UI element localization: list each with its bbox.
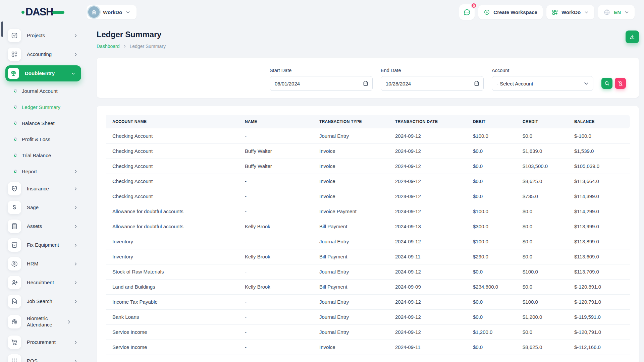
chevron-down-icon bbox=[71, 71, 76, 76]
dash-logo[interactable]: DASH bbox=[21, 6, 64, 18]
cell-credit: $100.0 bbox=[516, 294, 568, 309]
sidebar-item-assets[interactable]: Assets bbox=[0, 217, 87, 236]
cell-credit: $0.0 bbox=[516, 219, 568, 234]
download-button[interactable] bbox=[626, 31, 639, 43]
sidebar-subitem[interactable]: Ledger Summary bbox=[0, 99, 87, 115]
sidebar-subitem[interactable]: Journal Account bbox=[0, 83, 87, 99]
chevron-right-icon bbox=[73, 243, 78, 248]
table-row[interactable]: Inventory Kelly Brook Bill Payment 2024-… bbox=[106, 249, 630, 264]
cell-account-name: Stock of Raw Materials bbox=[106, 264, 238, 279]
cell-transaction-type: Bill Payment bbox=[313, 219, 388, 234]
cell-name: Kelly Brook bbox=[238, 219, 313, 234]
cell-account-name: Service Income bbox=[106, 324, 238, 340]
table-row[interactable]: Checking Account - Invoice 2024-09-12 $0… bbox=[106, 189, 630, 204]
column-header[interactable]: TRANSACTION DATE bbox=[388, 115, 466, 128]
cell-account-name: Land and Buildings bbox=[106, 279, 238, 294]
end-date-input[interactable] bbox=[381, 76, 484, 91]
cell-transaction-date: 2024-09-11 bbox=[388, 340, 466, 355]
sidebar-item-recruitment[interactable]: Recruitment bbox=[0, 273, 87, 292]
cell-account-name: Checking Account bbox=[106, 189, 238, 204]
cell-balance: $1,539.0 bbox=[568, 143, 630, 159]
column-header[interactable]: BALANCE bbox=[568, 115, 630, 128]
accounting-icon bbox=[8, 48, 21, 61]
sidebar-item-procurement[interactable]: Procurement bbox=[0, 333, 87, 352]
bullet-icon bbox=[14, 154, 17, 157]
cell-account-name: Service Income bbox=[106, 340, 238, 355]
cell-name: - bbox=[238, 340, 313, 355]
cell-account-name: Checking Account bbox=[106, 143, 238, 159]
table-row[interactable]: Allowance for doubtful accounts - Invoic… bbox=[106, 204, 630, 219]
app-switcher-button[interactable]: WorkDo bbox=[546, 5, 594, 19]
language-selector[interactable]: EN bbox=[598, 5, 635, 19]
sidebar-item-hrm[interactable]: HRM bbox=[0, 254, 87, 273]
cell-transaction-type: Journal Entry bbox=[313, 294, 388, 309]
cell-transaction-type: Invoice bbox=[313, 159, 388, 174]
cell-balance: $-120,891.0 bbox=[568, 279, 630, 294]
table-row[interactable]: Checking Account Buffy Walter Invoice 20… bbox=[106, 159, 630, 174]
sidebar-subitem[interactable]: Balance Sheet bbox=[0, 115, 87, 131]
cell-name: Buffy Walter bbox=[238, 143, 313, 159]
create-workspace-button[interactable]: Create Workspace bbox=[478, 5, 543, 19]
chevron-right-icon bbox=[73, 340, 78, 345]
reset-filter-button[interactable] bbox=[615, 78, 626, 89]
cell-debit: $0.0 bbox=[466, 309, 516, 324]
cell-transaction-date: 2024-09-12 bbox=[388, 143, 466, 159]
cell-credit: $0.0 bbox=[516, 279, 568, 294]
table-row[interactable]: Stock of Raw Materials - Journal Entry 2… bbox=[106, 264, 630, 279]
table-row[interactable]: Checking Account - Journal Entry 2024-09… bbox=[106, 128, 630, 143]
sidebar-item-job-search[interactable]: Job Search bbox=[0, 292, 87, 311]
table-row[interactable]: Service Income - Invoice 2024-09-11 $0.0… bbox=[106, 340, 630, 355]
breadcrumb-current: Ledger Summary bbox=[130, 44, 166, 49]
breadcrumb-dashboard-link[interactable]: Dashboard bbox=[97, 44, 120, 49]
sidebar-item-insurance[interactable]: Insurance bbox=[0, 179, 87, 198]
account-select[interactable]: - Select Account bbox=[492, 76, 593, 91]
cell-transaction-date: 2024-09-12 bbox=[388, 324, 466, 340]
cell-transaction-type: Journal Entry bbox=[313, 324, 388, 340]
sidebar-subitem[interactable]: Profit & Loss bbox=[0, 131, 87, 147]
column-header[interactable]: ACCOUNT NAME bbox=[106, 115, 238, 128]
sidebar-item-accounting[interactable]: Accounting bbox=[0, 45, 87, 64]
column-header[interactable]: TRANSACTION TYPE bbox=[313, 115, 388, 128]
cell-balance: $114,399.0 bbox=[568, 189, 630, 204]
start-date-input[interactable] bbox=[270, 76, 373, 91]
table-row[interactable]: Checking Account - Invoice 2024-09-12 $0… bbox=[106, 174, 630, 189]
sidebar-item-sage[interactable]: Sage bbox=[0, 198, 87, 217]
download-icon bbox=[629, 34, 635, 40]
workspace-switcher[interactable]: WorkDo bbox=[87, 5, 137, 19]
cell-name: - bbox=[238, 294, 313, 309]
cell-account-name: Income Tax Payable bbox=[106, 294, 238, 309]
sidebar-item-fix-equipment[interactable]: Fix Equipment bbox=[0, 236, 87, 254]
table-row[interactable]: Service Income - Journal Entry 2024-09-1… bbox=[106, 324, 630, 340]
cell-balance: $114,299.0 bbox=[568, 204, 630, 219]
bullet-icon bbox=[14, 137, 17, 141]
sidebar-item-biometric-attendance[interactable]: Biometric Attendance bbox=[0, 311, 87, 333]
column-header[interactable]: CREDIT bbox=[516, 115, 568, 128]
topbar: DASH WorkDo 0 Create Workspace WorkDo EN bbox=[0, 0, 644, 24]
cell-debit: $0.0 bbox=[466, 189, 516, 204]
sidebar-item-projects[interactable]: Projects bbox=[0, 26, 87, 45]
apply-filter-button[interactable] bbox=[601, 78, 612, 89]
table-row[interactable]: Land and Buildings Kelly Brook Bill Paym… bbox=[106, 279, 630, 294]
cell-transaction-date: 2024-09-11 bbox=[388, 249, 466, 264]
table-row[interactable]: Allowance for doubtful accounts Kelly Br… bbox=[106, 219, 630, 234]
column-header[interactable]: DEBIT bbox=[466, 115, 516, 128]
table-row[interactable]: Inventory - Journal Entry 2024-09-12 $10… bbox=[106, 234, 630, 249]
table-row[interactable]: Bank Loans - Journal Entry 2024-09-12 $0… bbox=[106, 309, 630, 324]
cell-debit: $0.0 bbox=[466, 174, 516, 189]
sidebar-item-pos[interactable]: POS bbox=[0, 352, 87, 362]
sidebar-scrollbar[interactable] bbox=[1, 21, 3, 37]
table-row[interactable]: Income Tax Payable - Journal Entry 2024-… bbox=[106, 294, 630, 309]
chevron-right-icon bbox=[73, 52, 78, 57]
chevron-right-icon bbox=[73, 359, 78, 362]
sidebar-item-doubleentry[interactable]: DoubleEntry bbox=[5, 65, 81, 81]
column-header[interactable]: NAME bbox=[238, 115, 313, 128]
messages-button[interactable]: 0 bbox=[459, 4, 475, 20]
table-row[interactable]: Checking Account Buffy Walter Invoice 20… bbox=[106, 143, 630, 159]
sidebar-subitem[interactable]: Trial Balance bbox=[0, 147, 87, 163]
topbar-left: DASH bbox=[0, 6, 87, 18]
cell-transaction-date: 2024-09-12 bbox=[388, 294, 466, 309]
sidebar-subitem[interactable]: Report bbox=[0, 163, 87, 179]
cell-balance: $113,709.0 bbox=[568, 264, 630, 279]
cell-name: - bbox=[238, 189, 313, 204]
bullet-icon bbox=[14, 89, 17, 93]
